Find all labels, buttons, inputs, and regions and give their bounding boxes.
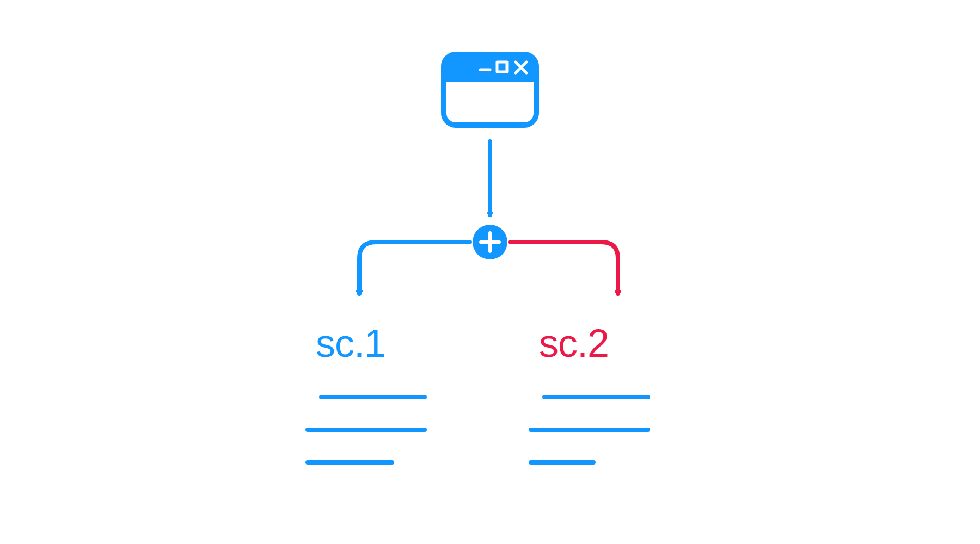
plus-icon xyxy=(473,225,507,259)
branch-label-left: sc.1 xyxy=(316,321,385,366)
diagram-container: sc.1 sc.2 xyxy=(245,49,735,495)
window-icon xyxy=(444,54,536,125)
svg-rect-2 xyxy=(444,71,536,82)
arrow-left-branch xyxy=(359,242,470,294)
branch-label-right: sc.2 xyxy=(539,321,609,366)
text-lines-left xyxy=(305,389,441,487)
text-lines-right xyxy=(528,389,664,487)
arrow-right-branch xyxy=(510,242,618,294)
